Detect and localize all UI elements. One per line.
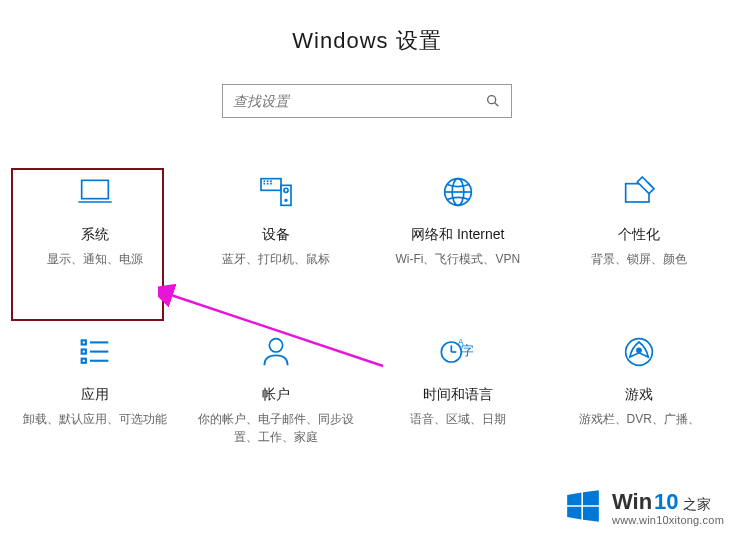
search-box[interactable] [222,84,512,118]
svg-marker-35 [583,490,599,505]
tile-desc: 背景、锁屏、颜色 [583,250,695,268]
tile-title: 个性化 [618,226,660,244]
accounts-icon [256,332,296,372]
settings-grid: 系统 显示、通知、电源 设备 蓝牙、打印机、鼠标 网络和 Internet Wi… [0,172,734,446]
tile-network[interactable]: 网络和 Internet Wi-Fi、飞行模式、VPN [367,172,549,268]
tile-devices[interactable]: 设备 蓝牙、打印机、鼠标 [186,172,368,268]
windows-logo-icon [564,487,602,529]
watermark: Win 10 之家 www.win10xitong.com [564,487,724,529]
tile-title: 帐户 [262,386,290,404]
tile-desc: 游戏栏、DVR、广播、 [571,410,708,428]
search-icon [485,93,501,109]
tile-personalization[interactable]: 个性化 背景、锁屏、颜色 [549,172,731,268]
tile-accounts[interactable]: 帐户 你的帐户、电子邮件、同步设置、工作、家庭 [186,332,368,446]
svg-line-1 [495,103,499,107]
tile-desc: 语音、区域、日期 [402,410,514,428]
tile-gaming[interactable]: 游戏 游戏栏、DVR、广播、 [549,332,731,446]
watermark-url: www.win10xitong.com [612,514,724,527]
svg-point-13 [285,200,287,202]
devices-icon [256,172,296,212]
svg-marker-36 [567,507,581,520]
svg-rect-21 [81,350,85,354]
display-icon [75,172,115,212]
svg-text:A: A [458,337,464,347]
tile-timelang[interactable]: 字 A 时间和语言 语音、区域、日期 [367,332,549,446]
tile-title: 应用 [81,386,109,404]
tile-title: 设备 [262,226,290,244]
tile-desc: 你的帐户、电子邮件、同步设置、工作、家庭 [186,410,368,446]
tile-desc: 蓝牙、打印机、鼠标 [214,250,338,268]
tile-title: 系统 [81,226,109,244]
svg-rect-2 [81,180,108,198]
svg-rect-23 [81,359,85,363]
svg-marker-34 [567,493,581,506]
watermark-suffix: 之家 [683,496,711,512]
timelang-icon: 字 A [438,332,478,372]
svg-point-25 [270,339,283,352]
tile-desc: 卸载、默认应用、可选功能 [15,410,175,428]
svg-rect-19 [81,340,85,344]
search-input[interactable] [233,93,485,109]
tile-title: 时间和语言 [423,386,493,404]
svg-point-32 [637,348,641,352]
tile-desc: 显示、通知、电源 [39,250,151,268]
tile-title: 网络和 Internet [411,226,504,244]
personalize-icon [619,172,659,212]
tile-title: 游戏 [625,386,653,404]
svg-point-12 [284,188,288,192]
tile-system[interactable]: 系统 显示、通知、电源 [4,172,186,268]
watermark-num: 10 [654,489,678,514]
tile-desc: Wi-Fi、飞行模式、VPN [387,250,528,268]
page-title: Windows 设置 [0,0,734,56]
apps-icon [75,332,115,372]
svg-point-0 [488,96,496,104]
svg-marker-37 [583,507,599,522]
tile-apps[interactable]: 应用 卸载、默认应用、可选功能 [4,332,186,446]
gaming-icon [619,332,659,372]
watermark-brand: Win [612,489,652,514]
globe-icon [438,172,478,212]
